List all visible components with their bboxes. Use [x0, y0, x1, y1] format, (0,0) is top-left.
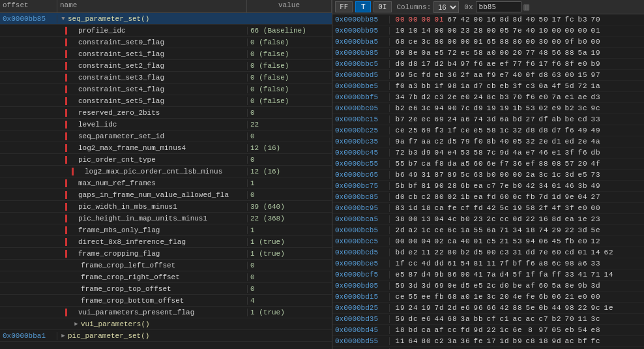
hex-byte[interactable]: 8d: [499, 16, 510, 23]
hex-byte[interactable]: 7d: [433, 304, 445, 312]
hex-byte[interactable]: 64: [407, 337, 419, 345]
hex-byte[interactable]: 80: [420, 337, 432, 345]
hex-byte[interactable]: b3: [407, 149, 419, 157]
hex-byte[interactable]: 49: [590, 127, 602, 134]
hex-row[interactable]: 0x0000bbd5995cfdeb362faaf9e7400fd8630015…: [332, 70, 644, 81]
hex-byte[interactable]: 22: [564, 226, 576, 234]
hex-byte[interactable]: 40: [525, 16, 536, 23]
hex-row[interactable]: 0x0000bc25ce2569f31fcee5581c32d8d8d7f649…: [332, 125, 644, 136]
hex-byte[interactable]: ca: [446, 237, 458, 245]
hex-byte[interactable]: cb: [486, 82, 497, 90]
hex-byte[interactable]: dc: [407, 315, 419, 323]
hex-byte[interactable]: 55: [473, 226, 484, 234]
hex-byte[interactable]: 12: [590, 237, 602, 245]
hex-byte[interactable]: eb: [433, 71, 445, 79]
hex-byte[interactable]: 01: [577, 249, 589, 256]
hex-byte[interactable]: e6: [460, 304, 471, 312]
hex-byte[interactable]: 00: [577, 27, 589, 35]
hex-byte[interactable]: 1c: [551, 171, 563, 179]
hex-byte[interactable]: 81: [473, 260, 484, 267]
hex-byte[interactable]: be: [512, 282, 523, 290]
hex-byte[interactable]: 3d: [407, 282, 419, 290]
hex-byte[interactable]: 36: [460, 337, 471, 345]
hex-byte[interactable]: e2: [407, 249, 419, 256]
hex-byte[interactable]: 31: [420, 171, 432, 179]
hex-byte[interactable]: b3: [499, 93, 510, 101]
hex-byte[interactable]: 73: [590, 171, 602, 179]
hex-byte[interactable]: 98: [446, 82, 458, 90]
hex-byte[interactable]: 9b: [577, 282, 589, 290]
tree-row[interactable]: gaps_in_frame_num_value_allowed_fla0: [0, 189, 332, 201]
hex-byte[interactable]: 0d: [512, 215, 523, 223]
hex-byte[interactable]: d4: [420, 271, 432, 279]
hex-byte[interactable]: 1d: [551, 193, 563, 201]
hex-byte[interactable]: 3f: [564, 149, 576, 157]
hex-byte[interactable]: 50: [538, 16, 549, 23]
hex-byte[interactable]: 54: [460, 260, 471, 267]
hex-row[interactable]: 0x0000bd05593d3d690ed5e52cd0beaf605a8e9b…: [332, 281, 644, 292]
hex-byte[interactable]: 06: [551, 293, 563, 301]
hex-byte[interactable]: 5b: [394, 182, 406, 190]
hex-byte[interactable]: e9: [551, 104, 563, 112]
hex-byte[interactable]: 0a: [420, 49, 432, 57]
hex-byte[interactable]: ca: [433, 204, 445, 212]
tree-row[interactable]: constraint_set1_flag0 (false): [0, 48, 332, 60]
hex-byte[interactable]: 3a: [460, 315, 471, 323]
hex-byte[interactable]: 36: [446, 71, 458, 79]
hex-row[interactable]: 0x0000bd3559dce644683abbcfc1acacc7b27011…: [332, 314, 644, 325]
hex-byte[interactable]: f3: [433, 127, 445, 134]
hex-byte[interactable]: 40: [460, 237, 471, 245]
hex-byte[interactable]: 00: [486, 249, 497, 256]
hex-byte[interactable]: 7c: [486, 149, 497, 157]
tree-row[interactable]: seq_parameter_set_id0: [0, 130, 332, 142]
hex-byte[interactable]: 00: [420, 16, 432, 23]
hex-byte[interactable]: 90: [394, 49, 406, 57]
hex-row[interactable]: 0x0000bd15ce55eefb68a01e3c204efe6b0621e0…: [332, 292, 644, 303]
hex-byte[interactable]: 1a: [590, 82, 602, 90]
hex-byte[interactable]: 18: [394, 326, 406, 334]
tree-row[interactable]: constraint_set3_flag0 (false): [0, 72, 332, 83]
hex-byte[interactable]: 3a: [446, 337, 458, 345]
hex-byte[interactable]: 9d: [473, 326, 484, 334]
hex-byte[interactable]: 28: [473, 27, 484, 35]
hex-byte[interactable]: d8: [525, 127, 536, 134]
hex-byte[interactable]: 2c: [486, 282, 497, 290]
hex-byte[interactable]: 0a: [538, 82, 549, 90]
hex-byte[interactable]: e4: [446, 149, 458, 157]
hex-byte[interactable]: 4f: [590, 160, 602, 168]
hex-byte[interactable]: 44: [433, 315, 445, 323]
hex-byte[interactable]: 66: [486, 304, 497, 312]
hex-byte[interactable]: c3: [499, 249, 510, 256]
hex-row[interactable]: 0x0000bc755bbf8190286beac77eb0423401463b…: [332, 181, 644, 192]
hex-byte[interactable]: ea: [473, 193, 484, 201]
hex-byte[interactable]: 2f: [538, 204, 549, 212]
hex-byte[interactable]: c2: [433, 138, 445, 145]
hex-byte[interactable]: 7c: [460, 104, 471, 112]
hex-byte[interactable]: 3d: [590, 282, 602, 290]
hex-byte[interactable]: 27: [525, 115, 536, 123]
hex-byte[interactable]: 60: [551, 249, 563, 256]
hex-byte[interactable]: e0: [460, 93, 471, 101]
hex-byte[interactable]: df: [538, 115, 549, 123]
hex-byte[interactable]: cd: [564, 249, 576, 256]
hex-byte[interactable]: 19: [512, 204, 523, 212]
hex-byte[interactable]: b2: [551, 315, 563, 323]
hex-byte[interactable]: d5: [446, 138, 458, 145]
hex-byte[interactable]: ef: [499, 60, 510, 68]
hex-byte[interactable]: 88: [512, 304, 523, 312]
hex-byte[interactable]: e6: [407, 104, 419, 112]
hex-row[interactable]: 0x0000bc05b2e63c94907cd919191b5302e9b23c…: [332, 103, 644, 114]
hex-byte[interactable]: 1e: [473, 293, 484, 301]
hex-byte[interactable]: 5e: [590, 226, 602, 234]
hex-byte[interactable]: ca: [420, 326, 432, 334]
hex-byte[interactable]: 4e: [512, 293, 523, 301]
hex-byte[interactable]: e7: [525, 149, 536, 157]
hex-byte[interactable]: 57: [564, 160, 576, 168]
hex-byte[interactable]: 45: [551, 237, 563, 245]
hex-byte[interactable]: da: [446, 160, 458, 168]
hex-byte[interactable]: 18: [420, 204, 432, 212]
hex-byte[interactable]: 44: [551, 304, 563, 312]
hex-byte[interactable]: b2: [460, 249, 471, 256]
hex-byte[interactable]: 1e: [577, 215, 589, 223]
hex-byte[interactable]: eb: [564, 326, 576, 334]
